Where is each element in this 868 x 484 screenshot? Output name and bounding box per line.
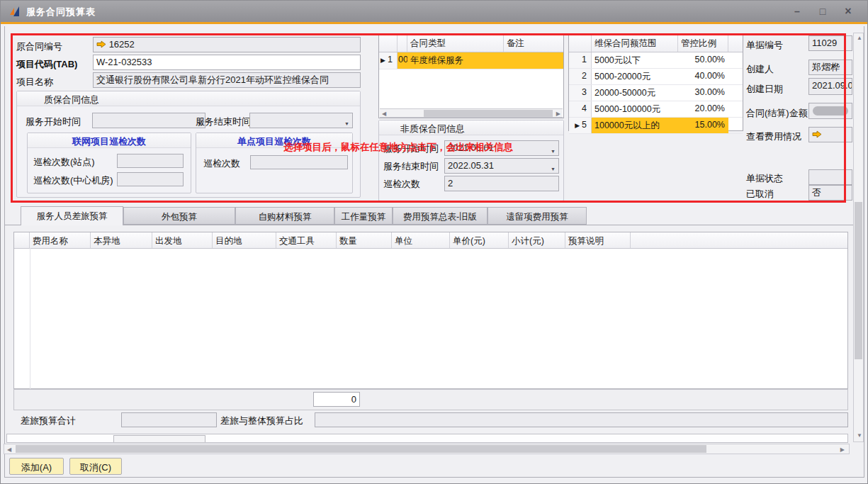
ratio-row[interactable]: 1 5000元以下 50.00% (569, 52, 743, 69)
maximize-icon[interactable]: □ (813, 4, 832, 18)
project-name-label: 项目名称 (16, 76, 53, 89)
minimize-icon[interactable]: – (788, 4, 806, 18)
link-arrow-icon[interactable] (96, 40, 106, 48)
ratio-column-header[interactable]: 管控比例 (678, 35, 728, 52)
row-index: 3 (569, 85, 592, 101)
row-indicator-header (379, 35, 398, 52)
service-start-dropdown[interactable]: ▼ (92, 113, 205, 128)
single-count-label: 巡检次数 (203, 157, 240, 170)
redaction-blob (813, 106, 848, 116)
ratio-row[interactable]: 3 20000-50000元 30.00% (569, 85, 743, 101)
filler-cell (728, 85, 741, 101)
center-count-label: 巡检次数(中心机房) (33, 174, 113, 187)
contract-amount-label: 合同(结算)金额 (746, 107, 808, 120)
close-icon[interactable]: × (839, 4, 857, 18)
nw-inspection-field[interactable]: 2 (444, 176, 559, 191)
scroll-up-icon[interactable]: ▲ (857, 35, 862, 41)
chevron-down-icon: ▼ (551, 146, 556, 156)
row-index: 2 (569, 69, 592, 84)
grid-footer-strip: 0 (13, 389, 848, 410)
center-count-field[interactable] (117, 172, 184, 186)
scroll-thumb[interactable] (855, 202, 862, 359)
ratio-row-selected[interactable]: ▶5 100000元以上的 15.00% (569, 118, 743, 134)
site-count-label: 巡检次数(站点) (33, 156, 95, 169)
project-name-field[interactable]: 交通银行股份有限公司阜新分行2021年动环监控维保合同 (93, 72, 361, 88)
filler-cell (728, 69, 741, 84)
titlebar-accent-line (1, 22, 867, 24)
contract-type-grid: 合同类型 备注 ▶1 00 年度维保服务 ◀ ▶ (378, 34, 564, 118)
create-date-label: 创建日期 (746, 83, 783, 96)
scroll-down-icon[interactable]: ▼ (857, 433, 862, 439)
scroll-left-icon[interactable]: ◀ (7, 447, 11, 453)
range-cell: 50000-100000元 (592, 101, 678, 117)
contract-type-grid-header: 合同类型 备注 (379, 35, 563, 52)
col-unit-price[interactable]: 单价(元) (450, 232, 509, 248)
budget-grid-header: 费用名称 本异地 出发地 目的地 交通工具 数量 单位 单价(元) 小计(元) … (14, 232, 847, 249)
service-end-label: 服务结束时间 (196, 116, 251, 128)
remark-column-header[interactable]: 备注 (504, 35, 563, 52)
clipped-column-header (398, 35, 407, 52)
creator-value: 郑熠桦 (812, 62, 840, 72)
scroll-right-icon[interactable]: ▶ (556, 111, 560, 117)
tab-summary-old[interactable]: 费用预算总表-旧版 (393, 207, 487, 225)
add-button[interactable]: 添加(A) (9, 458, 64, 475)
service-end-dropdown[interactable]: ▼ (249, 113, 353, 128)
link-arrow-icon[interactable] (812, 130, 822, 138)
cancel-button[interactable]: 取消(C) (69, 458, 122, 475)
tab-legacy-budget[interactable]: 遗留项费用预算 (487, 207, 587, 225)
row-index: 1 (569, 52, 592, 68)
ratio-cell: 15.00% (678, 118, 728, 133)
indicator-column-line (30, 248, 30, 389)
doc-status-label: 单据状态 (746, 172, 783, 185)
contract-grid-hscrollbar[interactable]: ◀ ▶ (380, 108, 563, 118)
lower-strip (6, 434, 848, 443)
orig-contract-label: 原合同编号 (16, 40, 62, 53)
view-cost-label: 查看费用情况 (746, 130, 801, 143)
nw-service-end-dropdown[interactable]: 2022.05.31 ▼ (444, 158, 559, 174)
row-indicator-cell: ▶1 (379, 52, 398, 69)
tab-workload-budget[interactable]: 工作量预算 (334, 207, 393, 225)
contract-type-cell: 年度维保服务 (407, 52, 504, 69)
doc-no-value: 11029 (812, 38, 837, 48)
doc-no-field: 11029 (808, 35, 852, 51)
contract-type-column-header[interactable]: 合同类型 (407, 35, 504, 52)
orig-contract-field[interactable]: 16252 (93, 37, 361, 52)
scroll-thumb[interactable] (16, 445, 706, 453)
ratio-row[interactable]: 2 5000-20000元 40.00% (569, 69, 743, 85)
col-fee-name[interactable]: 费用名称 (30, 232, 91, 248)
scroll-thumb[interactable] (424, 110, 553, 117)
contract-type-row[interactable]: ▶1 00 年度维保服务 (379, 52, 563, 69)
filler-column-header (728, 35, 741, 52)
site-count-field[interactable] (117, 154, 184, 168)
col-transport[interactable]: 交通工具 (276, 232, 337, 248)
single-count-field[interactable] (250, 155, 348, 169)
range-column-header[interactable]: 维保合同额范围 (592, 35, 678, 52)
col-budget-note[interactable]: 预算说明 (565, 232, 631, 248)
col-quantity[interactable]: 数量 (337, 232, 392, 248)
annotation-text: 选择项目后，鼠标在任意地方点击下，会出来相关信息 (283, 141, 513, 154)
col-destination[interactable]: 目的地 (213, 232, 276, 248)
row-indicator-header (14, 232, 30, 248)
scroll-left-icon[interactable]: ◀ (382, 111, 386, 117)
col-subtotal[interactable]: 小计(元) (509, 232, 565, 248)
form-vscrollbar[interactable]: ▲ ▼ (853, 33, 864, 442)
form-bottom-border (4, 477, 864, 478)
col-local-remote[interactable]: 本异地 (91, 232, 152, 248)
view-cost-field[interactable] (808, 127, 852, 142)
col-unit[interactable]: 单位 (392, 232, 450, 248)
create-date-field: 2021.09.0 (808, 78, 852, 95)
sum-input[interactable]: 0 (313, 392, 360, 407)
tab-material-budget[interactable]: 自购材料预算 (235, 207, 334, 225)
record-pointer-icon: ▶ (381, 57, 385, 64)
tab-travel-budget[interactable]: 服务人员差旅预算 (21, 206, 123, 225)
ratio-row[interactable]: 4 50000-100000元 20.00% (569, 101, 743, 118)
range-cell: 20000-50000元 (592, 85, 678, 101)
project-code-input[interactable]: W-21-032533 (93, 55, 361, 70)
scroll-right-icon[interactable]: ▶ (840, 447, 845, 453)
project-code-label: 项目代码(TAB) (16, 58, 77, 71)
row-index: 1 (388, 55, 393, 64)
tab-outsourcing-budget[interactable]: 外包预算 (123, 207, 235, 225)
col-departure[interactable]: 出发地 (152, 232, 213, 248)
sum-value: 0 (351, 394, 356, 405)
form-hscrollbar[interactable]: ◀ ▶ (4, 444, 850, 454)
